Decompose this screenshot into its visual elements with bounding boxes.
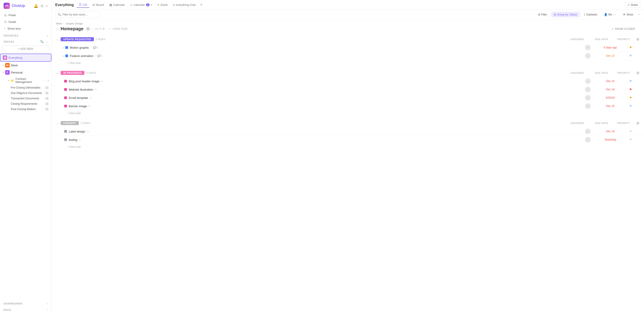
title-settings-icon[interactable]: ⚙ [102,27,105,30]
tab-chat[interactable]: # everything chat [171,2,198,8]
sidebar-item-everything[interactable]: ⊞ Everything [0,54,52,62]
subtasks-button[interactable]: ⤵ Subtasks [581,12,600,17]
dashboards-section[interactable]: DASHBOARDS › [0,301,52,307]
priority-flag[interactable]: ⚑ [629,79,632,83]
new-task-button[interactable]: + + NEW TASK [107,27,129,31]
task-row[interactable]: Blog post header image ▷ + Dec 15 ⚑ [52,77,644,85]
group-by-button[interactable]: ⊞ Group by: Status [551,12,580,17]
tab-calendar[interactable]: ▦ Calendar [107,2,127,8]
assignee-avatar[interactable]: + [585,95,590,100]
priority-flag[interactable]: ⚑ [629,138,632,142]
breadcrumb-section[interactable]: Graphic Design [66,22,83,25]
task-row[interactable]: Label design ▷ + Dec 18 ⚑ [52,127,644,136]
task-row[interactable]: Banner image ▷ + Dec 15 ⚑ [52,102,644,110]
assignee-avatar[interactable]: + [585,103,590,109]
assignee-avatar[interactable]: + [585,78,590,84]
task-expand-icon[interactable]: ▸ [63,46,64,49]
tab-gantt[interactable]: ≡ Gantt [156,2,170,8]
calendar-dropdown-icon[interactable]: ▾ [151,3,152,6]
topbar-right: ⤢ Share [625,2,640,8]
priority-flag[interactable]: ⚑ [629,46,632,49]
title-s-icon[interactable]: S [86,27,90,31]
group-add-icon[interactable]: ⊕ [636,121,640,126]
group-badge-inprogress[interactable]: IN PROGRESS [61,71,84,75]
favorites-label: FAVORITES [4,34,18,37]
collapse-icon[interactable]: « [46,4,48,8]
priority-flag[interactable]: ⚑ [629,96,632,100]
dashboards-chevron[interactable]: › [47,302,48,305]
due-date: Dec 22 [606,54,614,57]
sidebar-item-show-less[interactable]: ↑ Show less [2,25,50,32]
assignee-avatar[interactable]: + [585,137,590,142]
group-add-icon[interactable]: ⊕ [636,70,640,75]
sub-item-post-closing[interactable]: Post-Closing Matters 2 [0,107,52,112]
search-input[interactable] [62,13,94,16]
title-info-icon[interactable]: ℹ [100,27,101,30]
task-duedate-cell: Dec 18 [599,88,622,91]
task-row[interactable]: ▸ Motion graphic ○ 💬 2 + [52,43,644,52]
folder-options-icon[interactable]: ··· [43,79,45,82]
sub-item-closing-requirements[interactable]: Closing Requirements 3 [0,101,52,107]
filter-button[interactable]: ⊟ Filter [536,12,550,17]
sidebar-nav: ◎ Pulse ⊙ Goals ↑ Show less [0,12,52,32]
sidebar-item-personal[interactable]: ▾ P Personal [0,69,52,76]
page-collapse-icon[interactable]: ○ [56,27,58,31]
task-expand-icon[interactable]: ▸ [63,55,64,57]
col-priority-update: PRIORITY [614,38,632,41]
assignee-avatar[interactable]: + [585,45,590,50]
folder-add-icon[interactable]: + [48,79,49,82]
settings-icon[interactable]: ⚙ [40,4,44,8]
add-new-button[interactable]: + ADD NEW [2,45,49,52]
me-add-icon[interactable]: + [614,13,616,16]
breadcrumb-work[interactable]: Work [56,22,62,25]
sidebar-item-pulse[interactable]: ◎ Pulse [2,12,50,18]
assignee-avatar[interactable]: + [585,53,590,58]
task-priority-cell: ⚑ [622,54,640,58]
add-tab-button[interactable]: + [199,2,204,8]
logo-area[interactable]: ClickUp 🔔 ⚙ « [0,0,52,12]
sub-item-due-diligence[interactable]: Due Diligence Documents 2 [0,90,52,96]
sub-item-count: 3 [45,102,49,105]
docs-chevron[interactable]: › [47,309,48,311]
contract-management-folder[interactable]: ▾ 📁 Contract Management ··· + [0,76,52,85]
docs-section[interactable]: DOCS › [0,307,52,313]
group-collapse-icon[interactable]: ⌄ [56,121,59,125]
sidebar-item-goals[interactable]: ⊙ Goals [2,18,50,25]
task-row[interactable]: Email template ▷ + 6/20/19 ⚑ [52,94,644,102]
group-add-icon[interactable]: ⊕ [636,37,640,42]
task-row[interactable]: ▸ Feature animation ○ 💬 1 + [52,52,644,60]
group-collapse-icon[interactable]: ⌄ [56,71,59,75]
group-collapse-icon[interactable]: ⌄ [56,37,59,41]
add-task-row-update[interactable]: + New task [52,60,644,66]
group-badge-concept[interactable]: CONCEPT [61,121,79,125]
priority-flag[interactable]: ⚑ [629,88,632,91]
me-button[interactable]: 👤 Me | + [602,12,619,17]
add-task-row-inprogress[interactable]: + New task [52,110,644,116]
col-duedate-concept: DUE DATE [590,122,613,125]
share-button[interactable]: ⤢ Share [625,2,640,8]
show-closed-button[interactable]: ✓ SHOW CLOSED [612,27,640,30]
more-options-button[interactable]: ··· [638,12,640,16]
group-badge-update[interactable]: UPDATE REQUESTED [61,37,94,41]
priority-flag[interactable]: ⚑ [629,54,632,58]
priority-flag[interactable]: ⚑ [629,130,632,133]
assignee-avatar[interactable]: + [585,87,590,92]
spaces-search-icon[interactable]: 🔍 [40,40,44,43]
add-task-row-concept[interactable]: + New task [52,144,644,150]
sub-item-pre-closing[interactable]: Pre-Closing Deliverables 2 [0,85,52,90]
assignee-avatar[interactable]: + [585,129,590,134]
tab-board[interactable]: ⊟ Board [90,2,106,8]
task-row[interactable]: testing ▷ + Yesterday ⚑ [52,136,644,144]
spaces-chevron-icon[interactable]: ⌄ [45,40,48,43]
favorites-chevron[interactable]: › [47,34,48,37]
priority-flag[interactable]: ⚑ [629,104,632,108]
tab-list[interactable]: ☰ List [76,2,89,8]
sidebar-item-work[interactable]: ▸ W Work [0,62,52,69]
search-box[interactable]: 🔍 [55,12,100,17]
tab-calendar2[interactable]: ◇ calendar 2 ▾ [128,2,154,8]
favorites-section[interactable]: FAVORITES › [0,32,52,38]
sub-item-transaction[interactable]: Transaction Documents 3 [0,96,52,101]
notification-icon[interactable]: 🔔 [34,4,38,8]
show-button[interactable]: 👁 Show [620,12,636,17]
task-row[interactable]: Website illustration ▷ + Dec 18 ⚑ [52,85,644,94]
